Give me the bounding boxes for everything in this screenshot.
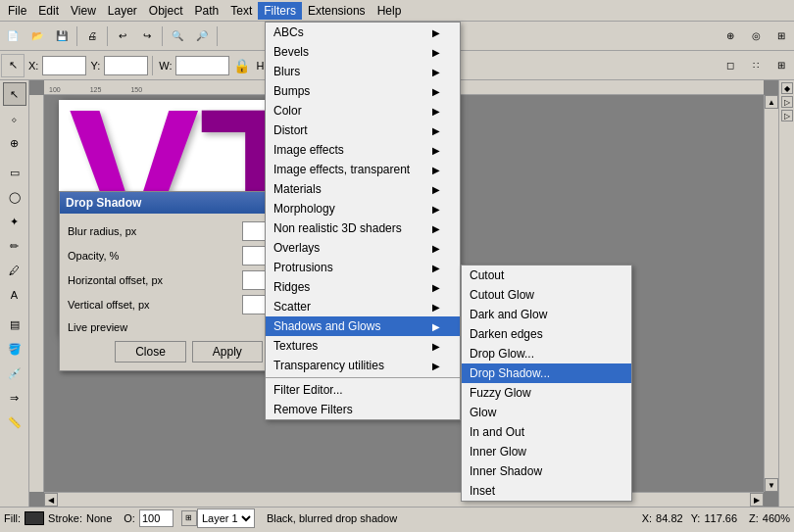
fill-color-box[interactable] <box>25 511 44 525</box>
submenu-drop-glow[interactable]: Drop Glow... <box>462 344 631 363</box>
submenu-cutout[interactable]: Cutout <box>462 266 631 285</box>
right-tool-2[interactable]: ▷ <box>781 96 793 108</box>
snap-btn3[interactable]: ⊞ <box>769 24 793 48</box>
menu-filters[interactable]: Filters <box>258 2 302 20</box>
hscroll-track[interactable] <box>58 493 750 507</box>
submenu-drop-shadow[interactable]: Drop Shadow... <box>462 363 631 383</box>
menu-help[interactable]: Help <box>372 2 408 20</box>
menu-file[interactable]: File <box>2 2 32 20</box>
left-toolbar: ↖ ⬦ ⊕ ▭ ◯ ✦ ✏ 🖊 A ▤ 🪣 💉 ⇒ 📏 <box>0 80 29 507</box>
submenu-fuzzy-glow[interactable]: Fuzzy Glow <box>462 383 631 403</box>
scroll-right-btn[interactable]: ▶ <box>750 493 764 507</box>
zoom-out[interactable]: 🔎 <box>190 24 214 48</box>
submenu-inner-glow[interactable]: Inner Glow <box>462 442 631 461</box>
right-tool-1[interactable]: ◆ <box>781 82 793 94</box>
node-tool[interactable]: ⬦ <box>3 107 26 130</box>
zoom-in[interactable]: 🔍 <box>166 24 189 48</box>
menu-3d-shaders-label: Non realistic 3D shaders <box>273 221 402 235</box>
text-tool[interactable]: A <box>3 283 26 307</box>
menu-filter-editor[interactable]: Filter Editor... <box>266 380 460 400</box>
rect-tool[interactable]: ▭ <box>3 161 26 184</box>
menu-transparency[interactable]: Transparency utilities▶ <box>266 356 460 375</box>
select-tool[interactable]: ↖ <box>3 82 26 106</box>
x-coord-value: 84.82 <box>656 512 683 524</box>
menu-image-effects-label: Image effects <box>273 143 344 157</box>
connector-tool[interactable]: ⇒ <box>3 386 26 410</box>
scroll-down-btn[interactable]: ▼ <box>765 478 778 492</box>
measure-tool[interactable]: 📏 <box>3 411 26 434</box>
open-btn[interactable]: 📂 <box>25 24 49 48</box>
menu-image-effects[interactable]: Image effects▶ <box>266 140 460 160</box>
menu-abcs-label: ABCs <box>273 25 304 39</box>
menu-view[interactable]: View <box>65 2 102 20</box>
scroll-left-btn[interactable]: ◀ <box>44 493 58 507</box>
apply-button[interactable]: Apply <box>192 341 263 363</box>
print-btn[interactable]: 🖨 <box>80 24 104 48</box>
submenu-glow[interactable]: Glow <box>462 403 631 422</box>
eyedrop-tool[interactable]: 💉 <box>3 362 26 385</box>
menu-layer[interactable]: Layer <box>102 2 143 20</box>
menu-bumps[interactable]: Bumps▶ <box>266 81 460 101</box>
menu-morphology[interactable]: Morphology▶ <box>266 199 460 218</box>
menu-overlays[interactable]: Overlays▶ <box>266 238 460 258</box>
snap-btn2[interactable]: ◎ <box>744 24 768 48</box>
circle-tool[interactable]: ◯ <box>3 185 26 209</box>
menu-textures[interactable]: Textures▶ <box>266 336 460 356</box>
menu-distort[interactable]: Distort▶ <box>266 121 460 140</box>
layer-select[interactable]: Layer 1 <box>197 508 255 528</box>
menu-abcs[interactable]: ABCs▶ <box>266 23 460 42</box>
menu-3d-shaders[interactable]: Non realistic 3D shaders▶ <box>266 218 460 238</box>
star-tool[interactable]: ✦ <box>3 210 26 233</box>
save-btn[interactable]: 💾 <box>50 24 74 48</box>
menu-protrusions[interactable]: Protrusions▶ <box>266 258 460 277</box>
pen-tool[interactable]: 🖊 <box>3 259 26 282</box>
submenu-dark-and-glow[interactable]: Dark and Glow <box>462 305 631 324</box>
gradient-tool[interactable]: ▤ <box>3 313 26 336</box>
menu-materials[interactable]: Materials▶ <box>266 179 460 199</box>
menu-blurs[interactable]: Blurs▶ <box>266 62 460 81</box>
menu-color[interactable]: Color▶ <box>266 101 460 121</box>
submenu-inset[interactable]: Inset <box>462 481 631 501</box>
snap-grid[interactable]: ⊞ <box>769 54 793 77</box>
menu-remove-filters[interactable]: Remove Filters <box>266 400 460 419</box>
right-tool-3[interactable]: ▷ <box>781 110 793 121</box>
right-scrollbar[interactable]: ▲ ▼ <box>764 95 778 492</box>
menu-textures-arrow: ▶ <box>432 341 440 352</box>
pencil-tool[interactable]: ✏ <box>3 234 26 258</box>
zoom-tool[interactable]: ⊕ <box>3 131 26 155</box>
menu-bevels[interactable]: Bevels▶ <box>266 42 460 62</box>
close-button[interactable]: Close <box>115 341 186 363</box>
submenu-darken-edges[interactable]: Darken edges <box>462 324 631 344</box>
y-input[interactable] <box>104 56 148 75</box>
scroll-track[interactable] <box>765 109 778 478</box>
bottom-scrollbar[interactable]: ◀ ▶ <box>44 492 764 507</box>
snap-nodes[interactable]: ∷ <box>744 54 768 77</box>
menu-image-effects-t[interactable]: Image effects, transparent▶ <box>266 160 460 179</box>
menu-path[interactable]: Path <box>189 2 225 20</box>
menu-text[interactable]: Text <box>224 2 258 20</box>
menu-scatter-arrow: ▶ <box>432 302 440 313</box>
w-input[interactable]: 179.172 <box>175 56 229 75</box>
scroll-up-btn[interactable]: ▲ <box>765 95 778 109</box>
submenu-in-and-out[interactable]: In and Out <box>462 422 631 442</box>
snap-btn[interactable]: ⊕ <box>719 24 742 48</box>
opacity-input[interactable] <box>139 509 174 527</box>
x-input[interactable] <box>42 56 86 75</box>
undo-btn[interactable]: ↩ <box>111 24 134 48</box>
submenu-inner-shadow[interactable]: Inner Shadow <box>462 461 631 481</box>
snap-to-page[interactable]: ◻ <box>719 54 742 77</box>
menu-transparency-arrow: ▶ <box>432 361 440 371</box>
menu-bevels-label: Bevels <box>273 45 309 59</box>
menu-scatter[interactable]: Scatter▶ <box>266 297 460 316</box>
menu-image-effects-arrow: ▶ <box>432 145 440 156</box>
submenu-cutout-glow[interactable]: Cutout Glow <box>462 285 631 305</box>
menu-extensions[interactable]: Extensions <box>302 2 372 20</box>
menu-ridges[interactable]: Ridges▶ <box>266 277 460 297</box>
menu-shadows[interactable]: Shadows and Glows▶ <box>266 316 460 336</box>
fill-tool[interactable]: 🪣 <box>3 337 26 361</box>
new-btn[interactable]: 📄 <box>1 24 25 48</box>
redo-btn[interactable]: ↪ <box>135 24 159 48</box>
lock-ratio[interactable]: 🔒 <box>231 58 252 73</box>
menu-object[interactable]: Object <box>143 2 189 20</box>
menu-edit[interactable]: Edit <box>32 2 65 20</box>
